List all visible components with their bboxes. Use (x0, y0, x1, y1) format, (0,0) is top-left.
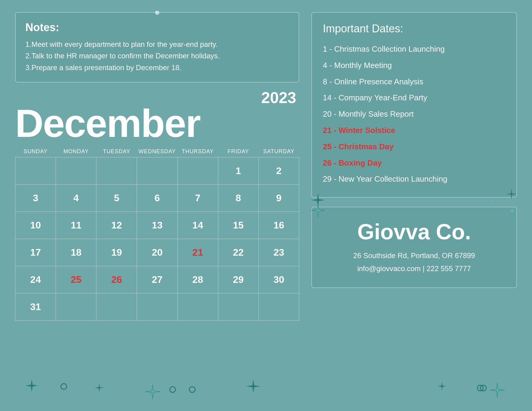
calendar-day-cell: 5 (96, 185, 137, 212)
calendar-day-header: SATURDAY (258, 146, 299, 157)
calendar-day-cell: 10 (15, 212, 56, 239)
calendar-day-cell (96, 157, 137, 185)
deco-circle-br (477, 385, 484, 391)
calendar-day-cell: 17 (15, 239, 56, 266)
company-name: Giovva Co. (323, 219, 505, 244)
calendar-day-cell: 3 (15, 185, 56, 212)
calendar-day-cell: 15 (218, 212, 258, 239)
calendar-body: 1234567891011121314151617181920212223242… (15, 157, 299, 321)
calendar-day-cell (56, 293, 96, 321)
calendar-day-cell: 2 (258, 157, 299, 185)
calendar-week-row: 24252627282930 (15, 266, 299, 293)
svg-marker-11 (491, 384, 503, 396)
important-dates-box: Important Dates: 1 - Christmas Collectio… (311, 12, 517, 198)
deco-circle-2 (169, 386, 176, 393)
calendar-day-cell: 4 (56, 185, 96, 212)
calendar-day-cell: 25 (56, 266, 96, 293)
deco-star-b5 (245, 378, 262, 396)
calendar-day-cell (218, 293, 258, 321)
calendar-week-row: 17181920212223 (15, 239, 299, 266)
deco-star-rt1 (310, 192, 326, 210)
calendar-day-cell (177, 293, 218, 321)
calendar-day-cell: 29 (218, 266, 258, 293)
deco-star-br2 (436, 381, 447, 393)
svg-marker-6 (147, 386, 158, 397)
calendar-day-cell (56, 157, 96, 185)
calendar-day-header: THURSDAY (177, 146, 218, 157)
deco-dot-tr (506, 204, 519, 218)
deco-circle-b4 (189, 386, 196, 393)
calendar-day-cell: 13 (137, 212, 177, 239)
deco-star-b2 (94, 382, 105, 394)
calendar-day-cell (15, 157, 56, 185)
date-item: 1 - Christmas Collection Launching (323, 41, 505, 57)
calendar-day-cell: 23 (258, 239, 299, 266)
calendar-day-cell: 18 (56, 239, 96, 266)
calendar-day-cell (258, 293, 299, 321)
notes-box: Notes: 1.Meet with every department to p… (15, 12, 299, 83)
calendar-day-cell (177, 157, 218, 185)
date-item: 4 - Monthly Meeting (323, 57, 505, 74)
calendar-day-cell (96, 293, 137, 321)
calendar-day-cell: 31 (15, 293, 56, 321)
note-item-1: 1.Meet with every department to plan for… (25, 39, 289, 50)
calendar-day-cell: 16 (258, 212, 299, 239)
date-item: 14 - Company Year-End Party (323, 90, 505, 106)
deco-dot-rt1 (490, 199, 493, 202)
date-item: 26 - Boxing Day (323, 155, 505, 171)
deco-snowflake-b3 (142, 381, 163, 403)
calendar-day-cell: 22 (218, 239, 258, 266)
calendar-day-cell: 28 (177, 266, 218, 293)
calendar-week-row: 31 (15, 293, 299, 321)
calendar-day-cell (137, 293, 177, 321)
svg-marker-4 (95, 383, 104, 392)
svg-marker-3 (25, 379, 38, 392)
left-column: Notes: 1.Meet with every department to p… (15, 12, 299, 399)
important-dates-title: Important Dates: (323, 22, 505, 35)
right-column: Important Dates: 1 - Christmas Collectio… (311, 12, 517, 399)
company-box: Giovva Co. 26 Southside Rd, Portland, OR… (311, 207, 517, 288)
company-address: 26 Southside Rd, Portland, OR 67899 (323, 249, 505, 262)
note-item-3: 3.Prepare a sales presentation by Decemb… (25, 62, 289, 73)
dates-list: 1 - Christmas Collection Launching4 - Mo… (323, 41, 505, 187)
calendar-day-cell: 14 (177, 212, 218, 239)
deco-circle-1 (60, 383, 67, 390)
calendar-day-cell: 19 (96, 239, 137, 266)
calendar-day-cell: 6 (137, 185, 177, 212)
calendar-day-cell: 24 (15, 266, 56, 293)
calendar-day-cell: 7 (177, 185, 218, 212)
date-item: 20 - Monthly Sales Report (323, 106, 505, 122)
svg-marker-7 (246, 379, 261, 393)
svg-marker-12 (437, 382, 446, 391)
month-label: December (15, 104, 299, 143)
calendar-day-cell: 1 (218, 157, 258, 185)
calendar-day-header: TUESDAY (96, 146, 137, 157)
company-contact: info@giovvaco.com | 222 555 7777 (323, 262, 505, 275)
calendar-day-cell: 27 (137, 266, 177, 293)
calendar-grid: SUNDAYMONDAYTUESDAYWEDNESDAYTHURSDAYFRID… (15, 146, 299, 321)
date-item: 8 - Online Presence Analysis (323, 74, 505, 90)
calendar-day-cell: 11 (56, 212, 96, 239)
calendar-day-cell: 12 (96, 212, 137, 239)
calendar-week-row: 10111213141516 (15, 212, 299, 239)
date-item: 25 - Christmas Day (323, 139, 505, 155)
calendar-day-cell: 21 (177, 239, 218, 266)
calendar-day-cell: 20 (137, 239, 177, 266)
note-item-2: 2.Talk to the HR manager to confirm the … (25, 50, 289, 62)
calendar-week-row: 12 (15, 157, 299, 185)
deco-star-b1 (24, 378, 39, 394)
calendar-day-cell: 26 (96, 266, 137, 293)
notes-title: Notes: (25, 21, 289, 34)
deco-snowflake-br (487, 380, 508, 402)
calendar-day-cell: 30 (258, 266, 299, 293)
main-container: Notes: 1.Meet with every department to p… (0, 0, 532, 411)
calendar-day-header: MONDAY (56, 146, 96, 157)
calendar-day-cell (137, 157, 177, 185)
svg-point-2 (511, 209, 514, 212)
calendar-week-row: 3456789 (15, 185, 299, 212)
svg-marker-8 (311, 193, 325, 207)
date-item: 21 - Winter Solstice (323, 122, 505, 139)
date-item: 29 - New Year Collection Launching (323, 171, 505, 187)
calendar-header-row: SUNDAYMONDAYTUESDAYWEDNESDAYTHURSDAYFRID… (15, 146, 299, 157)
svg-marker-9 (506, 189, 517, 199)
